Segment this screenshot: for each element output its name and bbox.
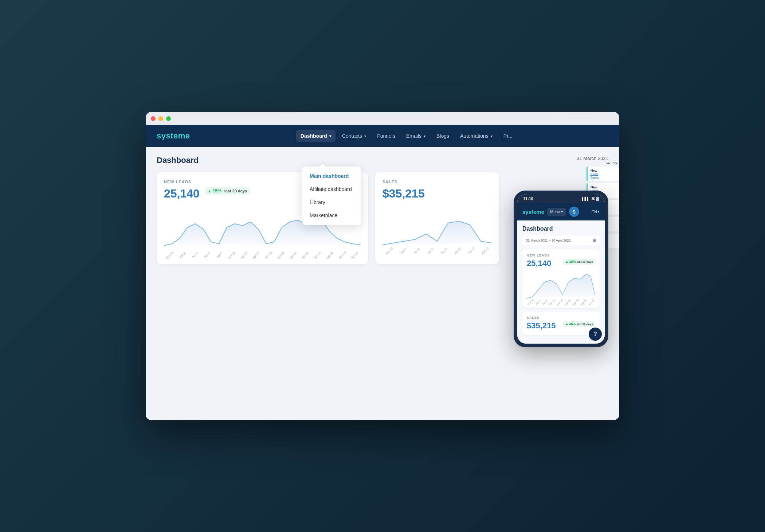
chevron-down-icon: ▾ (491, 134, 493, 138)
mobile-sales-header: $35,215 ▲ 35% last 30 days (527, 321, 595, 330)
sales-card-label: SALES (382, 180, 492, 184)
mobile-status-icons: ▌▌▌ ⌘ ▓ (582, 197, 599, 201)
main-content: Dashboard 31 March 2021 Main dashboard A… (146, 147, 619, 420)
dropdown-item-affiliate-dashboard[interactable]: Affiliate dashboard (302, 183, 361, 196)
chevron-down-icon: ▾ (561, 210, 563, 214)
page-title: Dashboard (157, 156, 608, 165)
nav-item-automations[interactable]: Automations ▾ (456, 130, 497, 142)
mobile-date-bar: 31 March 2021 – 30 April 2021 ⊞ (522, 236, 600, 245)
mobile-sales-label: SALES (527, 316, 595, 320)
mobile-leads-badge: ▲ 15% last 30 days (563, 259, 595, 265)
calendar-icon[interactable]: ⊞ (593, 238, 596, 243)
mobile-sales-badge: ▲ 35% last 30 days (563, 321, 595, 327)
mobile-lang: EN (592, 210, 597, 214)
nav-item-contacts[interactable]: Contacts ▾ (338, 130, 370, 142)
dropdown-item-marketplace[interactable]: Marketplace (302, 209, 361, 222)
leads-value: 25,140 (164, 187, 200, 200)
mobile-body: Dashboard 31 March 2021 – 30 April 2021 … (517, 220, 605, 344)
mobile-time: 11:19 (523, 196, 533, 201)
battery-icon: ▓ (596, 197, 599, 201)
mobile-leads-chart-svg (527, 271, 595, 300)
mobile-sales-card: SALES $35,215 ▲ 35% last 30 days (522, 312, 600, 335)
wifi-icon: ⌘ (591, 197, 595, 201)
mobile-leads-card: NEW LEADS 25,140 ▲ 15% last 30 days (522, 249, 600, 308)
mobile-status-bar: 11:19 ▌▌▌ ⌘ ▓ (517, 194, 605, 203)
mobile-brand: systeme (522, 209, 544, 215)
dropdown-item-main-dashboard[interactable]: Main dashboard (302, 169, 361, 183)
mobile-page-title: Dashboard (522, 226, 600, 232)
sales-chart-svg (382, 205, 492, 249)
mobile-leads-label: NEW LEADS (527, 254, 595, 257)
arrow-up-icon: ▲ (565, 322, 569, 326)
dashboard-dropdown: Main dashboard Affiliate dashboard Libra… (302, 167, 361, 225)
maximize-button[interactable] (166, 116, 171, 121)
mobile-sales-value: $35,215 (527, 321, 556, 330)
mobile-menu-button[interactable]: Menu ▾ (547, 208, 566, 216)
minimize-button[interactable] (158, 116, 163, 121)
nav-items: Dashboard ▾ Contacts ▾ Funnels Emails ▾ … (205, 130, 608, 142)
sales-card: SALES $35,215 (375, 172, 499, 264)
sales-x-axis: Mar 31 Apr 2 Apr 4 Apr 6 Apr 8 Apr 10 Ap… (382, 249, 492, 253)
dropdown-item-library[interactable]: Library (302, 196, 361, 209)
mac-window: systeme Dashboard ▾ Contacts ▾ Funnels E… (146, 112, 619, 420)
mobile-leads-value: 25,140 (527, 259, 551, 268)
mobile-leads-header: 25,140 ▲ 15% last 30 days (527, 259, 595, 268)
leads-badge-sub: last 30 days (224, 189, 247, 193)
mobile-screen: 11:19 ▌▌▌ ⌘ ▓ systeme Menu ▾ S (517, 194, 605, 344)
mobile-leads-chart (527, 271, 595, 300)
brand-logo: systeme (157, 131, 190, 141)
mobile-nav: systeme Menu ▾ S EN ▾ (517, 203, 605, 220)
chevron-down-icon: ▾ (598, 210, 600, 214)
leads-badge-percent: 15% (213, 188, 221, 193)
sales-chart (382, 205, 492, 249)
mobile-avatar[interactable]: S (569, 207, 579, 217)
sales-value: $35,215 (382, 187, 492, 200)
mobile-leads-x-axis: Mar 31 Apr 4 Apr 8 Apr 12 Apr 16 Apr 20 … (527, 300, 595, 304)
date-range: 31 March 2021 (577, 156, 608, 161)
chevron-down-icon: ▾ (364, 134, 366, 138)
mobile-help-button[interactable]: ? (589, 328, 602, 341)
close-button[interactable] (151, 116, 156, 121)
mobile-mockup: 11:19 ▌▌▌ ⌘ ▓ systeme Menu ▾ S (514, 191, 608, 347)
leads-badge: ▲ 15% last 30 days (205, 187, 250, 195)
nav-item-blogs[interactable]: Blogs (432, 130, 454, 142)
signal-icon: ▌▌▌ (582, 197, 589, 201)
nav-item-emails[interactable]: Emails ▾ (402, 130, 430, 142)
chevron-down-icon: ▾ (424, 134, 425, 138)
arrow-up-icon: ▲ (565, 260, 569, 263)
nav-item-more[interactable]: Pr... (499, 130, 517, 142)
leads-x-axis: Mar 31 Apr 2 Apr 4 Apr 6 Apr 8 Apr 10 Ap… (164, 253, 361, 257)
nav-item-funnels[interactable]: Funnels (373, 130, 400, 142)
nav-item-dashboard[interactable]: Dashboard ▾ (296, 130, 336, 142)
arrow-up-icon: ▲ (208, 189, 211, 193)
notif-item: New Conta Squee (586, 167, 619, 181)
mac-titlebar (146, 112, 619, 125)
chevron-down-icon: ▾ (329, 134, 331, 138)
top-nav: systeme Dashboard ▾ Contacts ▾ Funnels E… (146, 125, 619, 147)
